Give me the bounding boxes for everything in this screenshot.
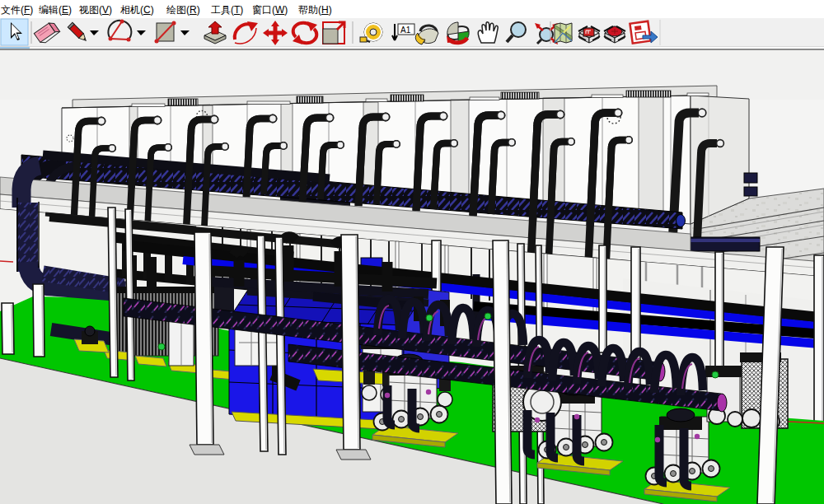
svg-text:A1: A1 [400,26,411,35]
